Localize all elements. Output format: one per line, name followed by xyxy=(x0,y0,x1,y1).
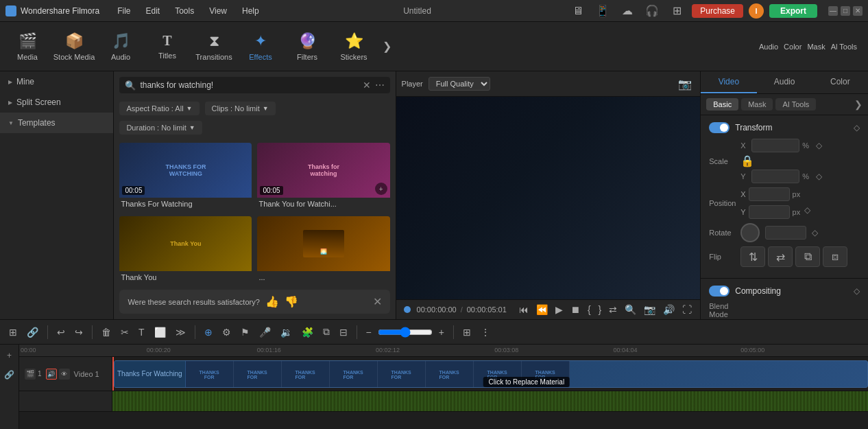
duration-filter[interactable]: Duration : No limit ▼ xyxy=(119,121,202,135)
monitor-icon[interactable]: 🖥 xyxy=(568,1,588,21)
quality-select[interactable]: Full Quality xyxy=(429,77,490,91)
stop-button[interactable]: ⏹ xyxy=(568,303,583,316)
left-panel-templates[interactable]: ▼ Templates xyxy=(0,113,113,133)
video-eye-icon[interactable]: 👁 xyxy=(59,369,70,380)
tl-add-track-button[interactable]: ⊞ xyxy=(5,325,21,340)
play-button[interactable]: ▶ xyxy=(553,303,566,316)
result-item-2[interactable]: Thank You Thank You xyxy=(119,216,252,284)
menu-file[interactable]: File xyxy=(110,5,137,17)
sub-tab-basic[interactable]: Basic xyxy=(706,98,738,111)
tl-dots-button[interactable]: ⋮ xyxy=(477,325,494,340)
menu-tools[interactable]: Tools xyxy=(168,5,201,17)
flip-paste-button[interactable]: ⧈ xyxy=(823,246,847,267)
tl-delete-button[interactable]: 🗑 xyxy=(98,325,114,340)
result-item-0[interactable]: THANKS FORWATCHING 00:05 Thanks For Watc… xyxy=(119,143,252,211)
export-button[interactable]: Export xyxy=(769,4,817,18)
flip-copy-button[interactable]: ⧉ xyxy=(795,246,820,267)
position-keyframe[interactable]: ◇ xyxy=(804,205,810,219)
tl-mic-button[interactable]: 🎤 xyxy=(256,325,274,340)
headset-icon[interactable]: 🎧 xyxy=(642,1,662,21)
toolbar-stock-media[interactable]: 📦 Stock Media xyxy=(52,26,96,67)
thumbup-button[interactable]: 👍 xyxy=(265,295,279,308)
minimize-button[interactable]: — xyxy=(828,6,838,16)
sub-tab-mask[interactable]: Mask xyxy=(741,98,773,111)
toolbar-more-button[interactable]: ❯ xyxy=(378,26,395,67)
menu-view[interactable]: View xyxy=(202,5,234,17)
camera-button[interactable]: 📷 xyxy=(641,303,658,316)
user-avatar[interactable]: I xyxy=(749,3,764,19)
transform-keyframe-icon[interactable]: ◇ xyxy=(854,123,860,132)
aspect-ratio-filter[interactable]: Aspect Ratio : All ▼ xyxy=(119,102,199,115)
transform-toggle[interactable] xyxy=(709,122,730,133)
tl-crop-button[interactable]: ⬜ xyxy=(151,325,169,340)
position-x-input[interactable]: 0.00 xyxy=(749,187,790,201)
tl-magnet-button[interactable]: 🔗 xyxy=(23,325,42,340)
zoom-button[interactable]: 🔍 xyxy=(622,303,639,316)
rotate-keyframe[interactable]: ◇ xyxy=(812,228,818,237)
position-y-input[interactable]: 0.00 xyxy=(749,205,790,219)
video-clip[interactable]: Thanks For Watching THANKSFOR THANKSFOR … xyxy=(114,360,868,388)
purchase-button[interactable]: Purchase xyxy=(692,4,743,18)
menu-help[interactable]: Help xyxy=(235,5,266,17)
scale-x-keyframe[interactable]: ◇ xyxy=(816,141,822,150)
result-item-3[interactable]: 🌅 ... xyxy=(257,216,389,284)
tl-text-button[interactable]: T xyxy=(135,325,148,340)
close-button[interactable]: ✕ xyxy=(853,6,863,16)
video-mute-icon[interactable]: 🔊 xyxy=(46,369,57,380)
toolbar-titles[interactable]: T Titles xyxy=(145,26,189,67)
mobile-icon[interactable]: 📱 xyxy=(593,1,612,21)
tl-grid-button[interactable]: ⊞ xyxy=(459,325,474,340)
left-panel-split-screen[interactable]: ▶ Split Screen xyxy=(0,92,113,113)
tl-undo-button[interactable]: ↩ xyxy=(53,325,69,340)
sub-tab-ai-tools[interactable]: AI Tools xyxy=(775,98,816,111)
tab-video[interactable]: Video xyxy=(701,71,756,93)
tl-zoom-slider[interactable] xyxy=(378,327,433,338)
compositing-keyframe-icon[interactable]: ◇ xyxy=(854,286,860,296)
rotate-knob[interactable] xyxy=(740,223,760,242)
maximize-button[interactable]: □ xyxy=(841,6,850,16)
clips-filter[interactable]: Clips : No limit ▼ xyxy=(205,102,276,115)
flip-vertical-button[interactable]: ⇄ xyxy=(768,246,793,267)
toolbar-stickers[interactable]: ⭐ Stickers xyxy=(332,26,376,67)
menu-edit[interactable]: Edit xyxy=(139,5,167,17)
grid-icon[interactable]: ⊞ xyxy=(667,1,686,21)
toolbar-audio[interactable]: 🎵 Audio xyxy=(99,26,143,67)
audio-button[interactable]: 🔊 xyxy=(660,303,677,316)
tab-color[interactable]: Color xyxy=(812,71,868,93)
toolbar-transitions[interactable]: ⧗ Transitions xyxy=(192,26,236,67)
scale-y-input[interactable]: 100.00 xyxy=(751,170,799,183)
toolbar-effects[interactable]: ✦ Effects xyxy=(239,26,282,67)
tl-marker-button[interactable]: ⚑ xyxy=(237,325,253,340)
lock-icon[interactable]: 🔒 xyxy=(740,154,749,167)
tl-zoom-out-button[interactable]: − xyxy=(363,325,375,340)
step-back-button[interactable]: ⏪ xyxy=(533,303,551,316)
search-input[interactable] xyxy=(140,80,358,90)
sub-tab-more[interactable]: ❯ xyxy=(854,99,863,110)
preview-screenshot-icon[interactable]: 📷 xyxy=(675,74,695,93)
tl-overlay-button[interactable]: ⧉ xyxy=(320,324,333,340)
progress-handle[interactable] xyxy=(404,306,411,313)
tl-color-match-button[interactable]: ⊕ xyxy=(201,325,216,340)
flip-horizontal-button[interactable]: ⇅ xyxy=(740,246,765,267)
skip-back-button[interactable]: ⏮ xyxy=(516,303,531,316)
tl-redo-button[interactable]: ↪ xyxy=(71,325,86,340)
tl-settings-button[interactable]: ⚙ xyxy=(219,325,234,340)
mark-in-button[interactable]: { xyxy=(585,303,594,316)
tl-zoom-in-button[interactable]: + xyxy=(435,325,448,340)
result-item-1[interactable]: Thanks forwatching 00:05 + Thank You for… xyxy=(257,143,389,211)
left-panel-mine[interactable]: ▶ Mine xyxy=(0,71,113,92)
tl-audio-duck-button[interactable]: 🔉 xyxy=(277,325,296,340)
compositing-toggle[interactable] xyxy=(709,286,730,297)
cloud-icon[interactable]: ☁ xyxy=(618,1,637,21)
tl-puzzle-button[interactable]: 🧩 xyxy=(298,325,317,340)
toolbar-filters[interactable]: 🔮 Filters xyxy=(285,26,329,67)
rotate-input[interactable]: 0.00° xyxy=(765,226,806,240)
tl-cut-button[interactable]: ✂ xyxy=(117,325,132,340)
thumbdown-button[interactable]: 👎 xyxy=(285,295,298,308)
tl-add-clip-button[interactable]: + xyxy=(1,347,18,364)
feedback-close-button[interactable]: ✕ xyxy=(373,295,382,308)
scale-x-input[interactable]: 100.00 xyxy=(751,139,799,152)
tl-link-button[interactable]: 🔗 xyxy=(1,367,18,383)
fullscreen-button[interactable]: ⛶ xyxy=(679,303,695,316)
snap-button[interactable]: ⇄ xyxy=(606,303,620,316)
